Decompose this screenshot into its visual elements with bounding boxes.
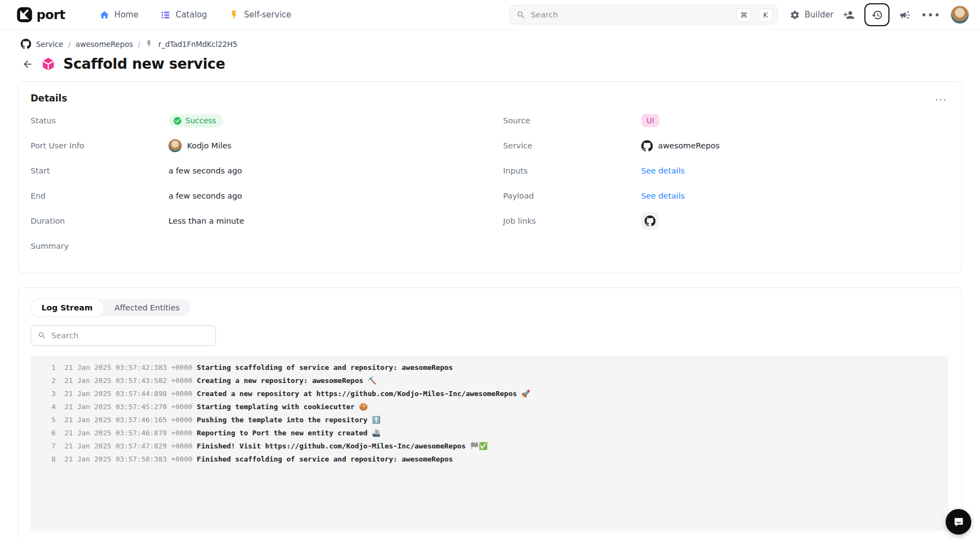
detail-label: Service: [503, 141, 641, 150]
audit-log-button[interactable]: [864, 3, 889, 26]
log-timestamp: 21 Jan 2025 03:57:46:165 +0000: [64, 414, 193, 427]
log-message: Pushing the template into the repository…: [197, 414, 381, 427]
nav-item-label: Self-service: [244, 10, 292, 20]
detail-row-duration: Duration Less than a minute: [31, 208, 476, 233]
detail-row-summary: Summary: [31, 233, 476, 259]
port-logo-icon: [16, 7, 33, 23]
log-card: Log Stream Affected Entities 121 Jan 202…: [18, 288, 962, 539]
github-icon: [645, 215, 656, 226]
breadcrumb-separator: /: [68, 40, 71, 49]
source-badge: UI: [641, 114, 660, 127]
service-name[interactable]: awesomeRepos: [658, 141, 720, 150]
breadcrumb-awesome-repos[interactable]: awesomeRepos: [75, 40, 133, 49]
detail-label: Source: [503, 116, 641, 125]
cmd-key-badge: ⌘: [736, 8, 751, 22]
search-input[interactable]: [531, 10, 729, 19]
details-left-column: Status Success Port User Info Kodjo Mile…: [31, 108, 476, 259]
chat-bubble-icon: [952, 516, 965, 529]
log-row: 821 Jan 2025 03:57:50:383 +0000Finished …: [31, 453, 948, 466]
user-mini-avatar: [169, 139, 182, 152]
announcements-button[interactable]: [899, 9, 911, 21]
k-key-badge: K: [758, 8, 773, 22]
inputs-see-details-link[interactable]: See details: [641, 166, 685, 175]
detail-row-payload: Payload See details: [503, 183, 949, 208]
more-options-button[interactable]: •••: [921, 9, 941, 21]
detail-row-source: Source UI: [503, 108, 949, 133]
breadcrumb: Service / awesomeRepos / r_dTad1FnMdKcl2…: [0, 30, 980, 49]
top-nav: port Home Catalog Self-service ⌘ K: [0, 0, 980, 30]
log-line-number: 4: [31, 400, 56, 414]
start-value: a few seconds ago: [169, 166, 242, 175]
main-nav: Home Catalog Self-service: [99, 10, 291, 20]
list-icon: [160, 10, 171, 20]
log-search-input[interactable]: [51, 331, 209, 340]
invite-user-button[interactable]: [843, 9, 855, 21]
log-message: Created a new repository at https://gith…: [197, 387, 530, 400]
details-card: Details ... Status Success Port User Inf…: [18, 81, 962, 273]
github-icon: [21, 39, 31, 49]
detail-label: Port User Info: [31, 141, 169, 150]
log-rows: 121 Jan 2025 03:57:42:383 +0000Starting …: [31, 361, 948, 466]
brand-name: port: [37, 8, 65, 22]
user-avatar[interactable]: [951, 5, 969, 24]
log-search[interactable]: [31, 325, 216, 346]
breadcrumb-service[interactable]: Service: [36, 40, 63, 49]
port-logo[interactable]: port: [16, 7, 65, 23]
nav-right-cluster: Builder •••: [790, 3, 969, 26]
person-add-icon: [843, 9, 855, 21]
log-row: 221 Jan 2025 03:57:43:582 +0000Creating …: [31, 374, 948, 387]
run-bolt-icon: [145, 40, 153, 48]
detail-label: Duration: [31, 217, 169, 225]
log-timestamp: 21 Jan 2025 03:57:47:829 +0000: [64, 440, 193, 453]
detail-row-inputs: Inputs See details: [503, 158, 949, 183]
nav-item-catalog[interactable]: Catalog: [160, 10, 207, 20]
log-line-number: 3: [31, 387, 56, 400]
tab-log-stream[interactable]: Log Stream: [31, 299, 104, 316]
page-title: Scaffold new service: [63, 56, 225, 72]
log-line-number: 8: [31, 453, 56, 466]
megaphone-icon: [899, 9, 911, 21]
payload-see-details-link[interactable]: See details: [641, 191, 685, 200]
details-right-column: Source UI Service awesomeRepos Inputs Se…: [503, 108, 949, 259]
tab-affected-entities[interactable]: Affected Entities: [104, 299, 190, 316]
log-row: 121 Jan 2025 03:57:42:383 +0000Starting …: [31, 361, 948, 374]
cube-icon: [41, 57, 56, 71]
log-row: 521 Jan 2025 03:57:46:165 +0000Pushing t…: [31, 414, 948, 427]
detail-label: Inputs: [503, 166, 641, 175]
nav-item-label: Catalog: [176, 10, 207, 20]
detail-row-port-user: Port User Info Kodjo Miles: [31, 133, 476, 158]
log-timestamp: 21 Jan 2025 03:57:45:270 +0000: [64, 400, 193, 414]
search-icon: [38, 331, 46, 340]
detail-label: Job links: [503, 217, 641, 225]
check-circle-icon: [173, 116, 182, 125]
builder-button[interactable]: Builder: [790, 10, 833, 20]
detail-row-start: Start a few seconds ago: [31, 158, 476, 183]
log-row: 421 Jan 2025 03:57:45:270 +0000Starting …: [31, 400, 948, 414]
nav-item-home[interactable]: Home: [99, 10, 139, 20]
gear-icon: [790, 10, 800, 20]
detail-row-job-links: Job links: [503, 208, 949, 233]
log-message: Finished! Visit https://github.com/Kodjo…: [197, 440, 488, 453]
breadcrumb-run-id[interactable]: r_dTad1FnMdKcl22H5: [158, 40, 237, 49]
detail-label: Payload: [503, 191, 641, 200]
log-panel[interactable]: 121 Jan 2025 03:57:42:383 +0000Starting …: [31, 356, 948, 531]
log-timestamp: 21 Jan 2025 03:57:44:898 +0000: [64, 387, 193, 400]
chat-launcher-button[interactable]: [946, 509, 971, 535]
detail-label: Start: [31, 166, 169, 175]
detail-row-status: Status Success: [31, 108, 476, 133]
log-message: Finished scaffolding of service and repo…: [197, 453, 453, 466]
log-line-number: 1: [31, 361, 56, 374]
global-search[interactable]: ⌘ K: [509, 5, 778, 25]
log-message: Creating a new repository: awesomeRepos …: [197, 374, 376, 387]
nav-item-self-service[interactable]: Self-service: [229, 10, 292, 20]
job-link-github-button[interactable]: [641, 212, 659, 230]
status-text: Success: [185, 116, 216, 125]
detail-row-end: End a few seconds ago: [31, 183, 476, 208]
details-menu-button[interactable]: ...: [935, 92, 947, 103]
log-row: 621 Jan 2025 03:57:46:879 +0000Reporting…: [31, 427, 948, 440]
log-row: 321 Jan 2025 03:57:44:898 +0000Created a…: [31, 387, 948, 400]
log-line-number: 7: [31, 440, 56, 453]
details-title: Details: [31, 93, 948, 104]
details-grid: Status Success Port User Info Kodjo Mile…: [31, 108, 948, 259]
back-button[interactable]: [22, 58, 33, 70]
